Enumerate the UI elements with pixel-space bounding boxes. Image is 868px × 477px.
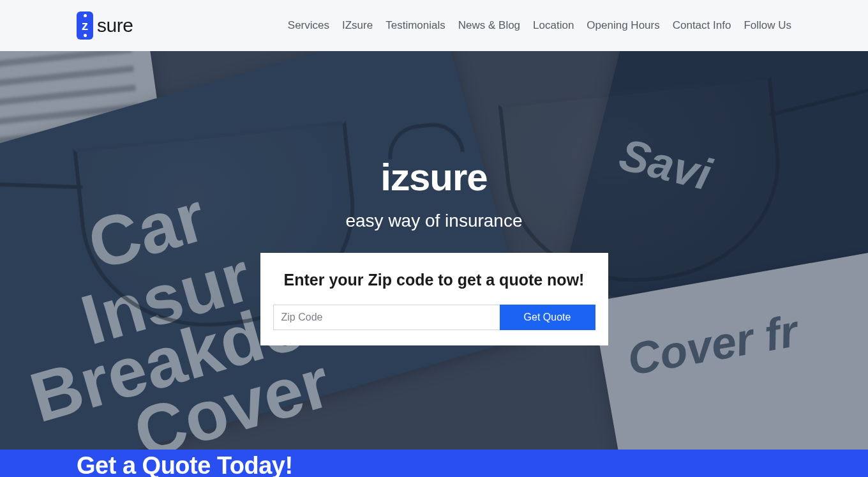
nav-link-contact-info[interactable]: Contact Info	[673, 19, 731, 32]
logo-text: sure	[97, 15, 133, 36]
brand-logo[interactable]: z sure	[77, 11, 133, 40]
quote-card-heading: Enter your Zip code to get a quote now!	[273, 271, 595, 289]
nav-link-location[interactable]: Location	[533, 19, 574, 32]
nav-link-opening-hours[interactable]: Opening Hours	[587, 19, 659, 32]
logo-mark-icon: z	[77, 11, 93, 40]
cta-strip: Get a Quote Today!	[0, 450, 868, 477]
site-header: z sure Services IZsure Testimonials News…	[0, 0, 868, 51]
zip-code-input[interactable]	[273, 305, 500, 330]
hero: Savi Car Insur Breakdown Cover Cover fr …	[0, 51, 868, 450]
get-quote-button[interactable]: Get Quote	[500, 305, 595, 330]
nav-link-follow-us[interactable]: Follow Us	[744, 19, 791, 32]
nav-link-izsure[interactable]: IZsure	[342, 19, 373, 32]
cta-headline: Get a Quote Today!	[77, 452, 868, 477]
quote-card: Enter your Zip code to get a quote now! …	[260, 253, 608, 345]
hero-content: izsure easy way of insurance Enter your …	[260, 155, 608, 345]
nav-link-testimonials[interactable]: Testimonials	[385, 19, 445, 32]
primary-nav: Services IZsure Testimonials News & Blog…	[288, 19, 791, 32]
nav-link-news-blog[interactable]: News & Blog	[458, 19, 520, 32]
hero-title: izsure	[260, 155, 608, 199]
quote-row: Get Quote	[273, 305, 595, 330]
nav-link-services[interactable]: Services	[288, 19, 329, 32]
logo-z-letter: z	[82, 19, 88, 32]
hero-subtitle: easy way of insurance	[260, 211, 608, 231]
